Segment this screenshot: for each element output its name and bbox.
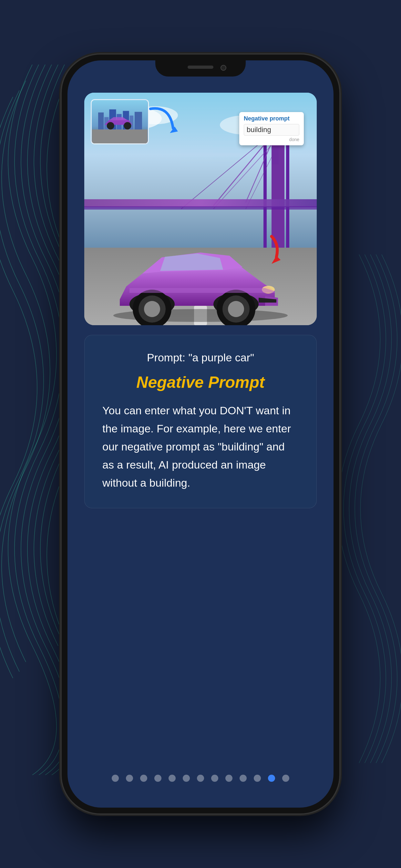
curved-arrow [144,102,183,141]
section-title: Negative Prompt [102,373,299,392]
page-dot-5[interactable] [183,775,190,782]
main-image: Negative prompt building done [84,93,317,325]
phone-wrapper: Negative prompt building done [62,55,339,813]
text-card: Prompt: "a purple car" Negative Prompt Y… [84,335,317,508]
screen-content: Negative prompt building done [67,80,334,808]
camera [220,65,226,71]
notch [155,60,246,76]
page-dot-6[interactable] [197,775,204,782]
page-dot-3[interactable] [154,775,161,782]
svg-rect-7 [264,128,267,251]
prompt-line: Prompt: "a purple car" [102,351,299,364]
main-image-container: Negative prompt building done [84,93,317,325]
page-dot-0[interactable] [112,775,119,782]
page-dot-9[interactable] [240,775,247,782]
page-dot-7[interactable] [211,775,218,782]
page-dot-10[interactable] [254,775,261,782]
svg-point-39 [107,122,114,129]
svg-rect-37 [135,112,142,129]
phone-screen: Negative prompt building done [67,60,334,808]
svg-point-28 [228,301,244,317]
popup-sub: done [244,137,299,142]
popup-value: building [244,124,299,135]
svg-rect-14 [84,199,317,207]
page-dot-1[interactable] [126,775,133,782]
phone-frame: Negative prompt building done [62,55,339,813]
red-arrow [258,235,284,267]
page-dots [84,755,317,788]
description-text: You can enter what you DON'T want in the… [102,401,299,492]
svg-rect-8 [286,128,289,251]
page-dot-2[interactable] [140,775,147,782]
svg-rect-31 [98,113,104,129]
svg-rect-38 [92,129,148,144]
page-dot-4[interactable] [168,775,176,782]
page-dot-12[interactable] [282,775,289,782]
page-dot-11[interactable] [268,775,275,782]
svg-point-25 [144,301,160,317]
negative-prompt-popup[interactable]: Negative prompt building done [239,112,304,145]
svg-marker-42 [272,256,281,264]
speaker [188,66,213,69]
thumbnail-image [91,99,149,144]
svg-rect-15 [84,206,317,210]
page-dot-8[interactable] [225,775,233,782]
svg-point-40 [124,122,131,129]
popup-label: Negative prompt [244,115,299,122]
